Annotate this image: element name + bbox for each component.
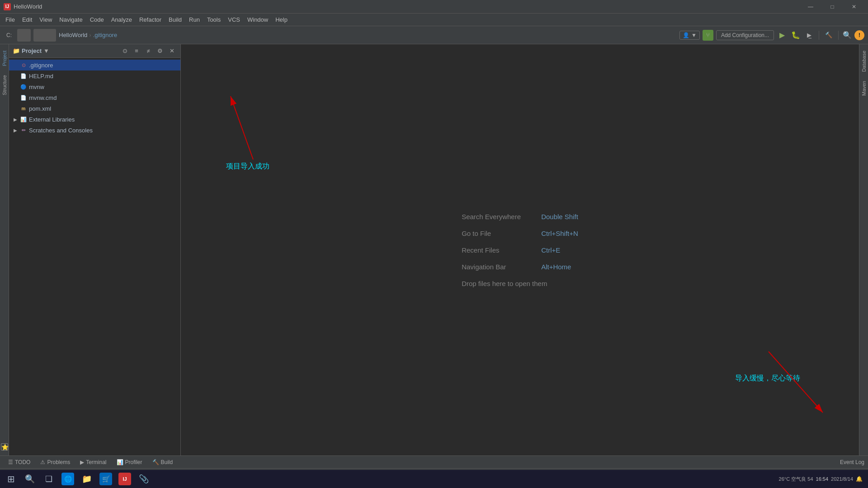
welcome-row-recent: Recent Files Ctrl+E [462, 246, 560, 254]
breadcrumb: HelloWorld › .gitignore [59, 32, 117, 38]
toolbar-btn-2[interactable] [33, 29, 56, 42]
project-header-actions: ⊙ ≡ ≠ ⚙ ✕ [120, 46, 177, 56]
jetbrains-button[interactable]: IJ [116, 471, 134, 487]
toolbar-right: 👤 ▼ ⑂ Add Configuration... ▶ 🐛 ▶̲ 🔨 🔍 ! [679, 30, 864, 41]
tree-item-mvnw[interactable]: 🔵 mvnw [9, 81, 180, 92]
terminal-tab[interactable]: ▶ Terminal [75, 458, 111, 467]
sidebar-tab-database[interactable]: Database [860, 46, 868, 76]
search-everywhere-label: Search Everywhere [462, 213, 534, 221]
menu-window[interactable]: Window [244, 14, 272, 25]
search-button[interactable]: 🔍 [21, 471, 39, 487]
right-sidebar-tabs: Database Maven [859, 44, 868, 455]
user-avatar[interactable]: ! [854, 30, 864, 40]
vcs-icon[interactable]: ⑂ [703, 30, 713, 41]
run-button[interactable]: ▶ [777, 30, 788, 41]
annotation-arrow-1 [217, 83, 285, 173]
menu-file[interactable]: File [2, 14, 19, 25]
title-bar-left: IJ HelloWorld [4, 3, 42, 10]
store-button[interactable]: 🛒 [97, 471, 115, 487]
event-log-button[interactable]: Event Log [840, 459, 864, 465]
folder-button[interactable]: 📁 [78, 471, 96, 487]
taskbar: ⊞ 🔍 ❏ 🌐 📁 🛒 IJ 📎 26°C 空气良 54 16:54 2021/… [0, 470, 868, 488]
tree-item-libraries[interactable]: ▶ 📊 External Libraries [9, 114, 180, 125]
locate-file-button[interactable]: ⊙ [120, 46, 130, 56]
breadcrumb-file[interactable]: .gitignore [93, 32, 117, 38]
build-tab[interactable]: 🔨 Build [148, 458, 178, 467]
search-everywhere-button[interactable]: 🔍 [843, 31, 852, 39]
menu-view[interactable]: View [36, 14, 56, 25]
add-config-button[interactable]: Add Configuration... [716, 30, 774, 40]
profile-dropdown[interactable]: 👤 ▼ [679, 31, 700, 40]
project-dropdown-icon[interactable]: ▼ [43, 47, 49, 54]
menu-refactor[interactable]: Refactor [136, 14, 165, 25]
scratch-icon: ✏ [20, 127, 27, 134]
collapse-button[interactable]: ≡ [132, 46, 142, 56]
coverage-button[interactable]: ▶̲ [804, 30, 815, 41]
menu-run[interactable]: Run [185, 14, 203, 25]
project-panel-header: 📁 Project ▼ ⊙ ≡ ≠ ⚙ ✕ [9, 44, 180, 58]
debug-button[interactable]: 🐛 [790, 30, 801, 41]
back-button[interactable]: C: [4, 29, 14, 42]
forward-button[interactable] [17, 29, 31, 42]
close-panel-button[interactable]: ✕ [167, 46, 177, 56]
menu-bar: File Edit View Navigate Code Analyze Ref… [0, 14, 868, 26]
menu-tools[interactable]: Tools [203, 14, 224, 25]
menu-vcs[interactable]: VCS [224, 14, 244, 25]
profiler-label: Profiler [125, 459, 142, 465]
menu-help[interactable]: Help [272, 14, 291, 25]
menu-navigate[interactable]: Navigate [56, 14, 86, 25]
todo-tab[interactable]: ☰ TODO [4, 458, 35, 467]
sidebar-tab-structure[interactable]: Structure [0, 70, 9, 100]
profiler-icon: 📊 [117, 459, 123, 465]
edge-icon: 🌐 [61, 473, 74, 485]
tree-item-helpmd[interactable]: 📄 HELP.md [9, 70, 180, 81]
folder-icon: 📁 [80, 473, 93, 485]
annotation-arrow-2 [755, 338, 845, 428]
store-icon: 🛒 [99, 473, 112, 485]
problems-tab[interactable]: ⚠ Problems [36, 458, 75, 467]
maximize-button[interactable]: □ [822, 0, 843, 14]
menu-edit[interactable]: Edit [19, 14, 36, 25]
toolbar: C: HelloWorld › .gitignore 👤 ▼ ⑂ Add Con… [0, 26, 868, 44]
problems-label: Problems [47, 459, 70, 465]
tree-item-label: mvnw [29, 84, 44, 90]
profiler-tab[interactable]: 📊 Profiler [112, 458, 147, 467]
menu-code[interactable]: Code [86, 14, 108, 25]
svg-line-3 [769, 352, 823, 413]
sidebar-tab-project[interactable]: Project [0, 46, 9, 70]
tree-item-label: Scratches and Consoles [29, 127, 93, 134]
tree-item-scratches[interactable]: ▶ ✏ Scratches and Consoles [9, 125, 180, 136]
build-label: Build [161, 459, 173, 465]
sidebar-tab-maven[interactable]: Maven [860, 76, 868, 100]
project-label: Project [22, 47, 42, 54]
start-button[interactable]: ⊞ [2, 471, 20, 487]
build-project-button[interactable]: 🔨 [823, 30, 834, 41]
breadcrumb-project[interactable]: HelloWorld [59, 32, 87, 38]
edge-button[interactable]: 🌐 [59, 471, 77, 487]
close-button[interactable]: ✕ [844, 0, 864, 14]
task-view-icon: ❏ [42, 473, 55, 485]
minimize-button[interactable]: — [800, 0, 821, 14]
navigation-bar-shortcut: Alt+Home [541, 263, 571, 271]
tree-item-gitignore[interactable]: ⊙ .gitignore [9, 60, 180, 70]
settings-button[interactable]: ⚙ [155, 46, 165, 56]
tree-expand-scratches: ▶ [13, 128, 18, 133]
project-title: 📁 Project ▼ [13, 47, 49, 54]
project-tree: ⊙ .gitignore 📄 HELP.md 🔵 mvnw 📄 mvnw.cmd [9, 58, 180, 455]
window-controls: — □ ✕ [800, 0, 864, 14]
tree-item-label: External Libraries [29, 116, 75, 123]
search-taskbar-icon: 🔍 [24, 473, 36, 485]
tree-item-pomxml[interactable]: m pom.xml [9, 103, 180, 114]
xml-icon: m [20, 105, 27, 112]
expand-button[interactable]: ≠ [143, 46, 153, 56]
tree-item-label: mvnw.cmd [29, 94, 57, 101]
taskbar-extra[interactable]: 📎 [135, 471, 153, 487]
task-view-button[interactable]: ❏ [40, 471, 58, 487]
menu-build[interactable]: Build [165, 14, 185, 25]
notification-button[interactable]: 🔔 [856, 476, 863, 482]
title-text: HelloWorld [14, 3, 42, 10]
favorites-icon[interactable]: ⭐ [1, 443, 8, 450]
search-everywhere-shortcut: Double Shift [541, 213, 578, 221]
tree-item-mvnwcmd[interactable]: 📄 mvnw.cmd [9, 92, 180, 103]
menu-analyze[interactable]: Analyze [108, 14, 136, 25]
